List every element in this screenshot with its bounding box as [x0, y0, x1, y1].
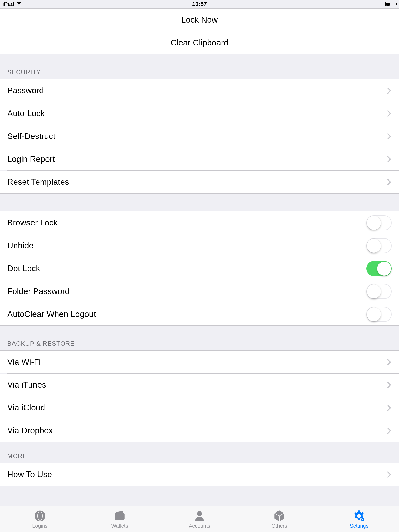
resettemplates-row[interactable]: Reset Templates — [0, 171, 399, 193]
autoclear-label: AutoClear When Logout — [7, 309, 366, 319]
via-wifi-row[interactable]: Via Wi-Fi — [0, 351, 399, 373]
chevron-right-icon — [384, 404, 391, 411]
unhide-toggle[interactable] — [366, 238, 392, 253]
dotlock-toggle[interactable] — [366, 261, 392, 276]
security-header: SECURITY — [0, 54, 399, 79]
tab-logins-label: Logins — [32, 523, 48, 529]
clock: 10:57 — [192, 1, 207, 8]
unhide-row: Unhide — [0, 234, 399, 257]
dotlock-row: Dot Lock — [0, 257, 399, 280]
wallet-icon — [113, 509, 126, 522]
status-bar: iPad 10:57 — [0, 0, 399, 8]
browserlock-label: Browser Lock — [7, 218, 366, 228]
tab-logins[interactable]: Logins — [0, 506, 80, 532]
autoclear-toggle[interactable] — [366, 307, 392, 322]
tab-wallets-label: Wallets — [111, 523, 128, 529]
tab-wallets[interactable]: Wallets — [80, 506, 159, 532]
via-icloud-row[interactable]: Via iCloud — [0, 396, 399, 419]
svg-point-2 — [197, 511, 202, 516]
folderpassword-row: Folder Password — [0, 280, 399, 303]
gear-icon — [353, 509, 365, 522]
via-dropbox-row[interactable]: Via Dropbox — [0, 419, 399, 442]
via-itunes-label: Via iTunes — [7, 380, 385, 390]
browserlock-row: Browser Lock — [0, 211, 399, 234]
password-row[interactable]: Password — [0, 79, 399, 102]
status-left: iPad — [3, 1, 22, 8]
autolock-row[interactable]: Auto-Lock — [0, 102, 399, 125]
globe-icon — [34, 509, 46, 522]
device-label: iPad — [3, 1, 14, 8]
wifi-icon — [16, 1, 22, 8]
howto-row[interactable]: How To Use — [0, 463, 399, 486]
chevron-right-icon — [384, 110, 391, 117]
chevron-right-icon — [384, 427, 391, 434]
status-right — [385, 2, 396, 6]
clear-clipboard-label: Clear Clipboard — [7, 38, 392, 48]
selfdestruct-label: Self-Destruct — [7, 131, 385, 141]
battery-icon — [385, 2, 396, 6]
chevron-right-icon — [384, 133, 391, 139]
loginreport-label: Login Report — [7, 154, 385, 164]
clear-clipboard-row[interactable]: Clear Clipboard — [0, 31, 399, 54]
chevron-right-icon — [384, 382, 391, 388]
via-dropbox-label: Via Dropbox — [7, 426, 385, 435]
tab-bar: Logins Wallets Accounts Others Settings — [0, 506, 399, 532]
tab-settings-label: Settings — [350, 523, 368, 529]
chevron-right-icon — [384, 179, 391, 185]
tab-others-label: Others — [271, 523, 287, 529]
via-itunes-row[interactable]: Via iTunes — [0, 374, 399, 396]
autoclear-row: AutoClear When Logout — [0, 303, 399, 325]
backup-header: BACKUP & RESTORE — [0, 326, 399, 350]
tab-accounts[interactable]: Accounts — [159, 506, 239, 532]
settings-content[interactable]: Lock Now Clear Clipboard SECURITY Passwo… — [0, 8, 399, 506]
folderpassword-label: Folder Password — [7, 287, 366, 296]
selfdestruct-row[interactable]: Self-Destruct — [0, 125, 399, 148]
tab-accounts-label: Accounts — [189, 523, 210, 529]
chevron-right-icon — [384, 87, 391, 94]
lock-now-label: Lock Now — [7, 15, 392, 25]
browserlock-toggle[interactable] — [366, 215, 392, 230]
person-icon — [193, 509, 206, 522]
howto-label: How To Use — [7, 470, 385, 479]
autolock-label: Auto-Lock — [7, 109, 385, 118]
box-icon — [273, 509, 286, 522]
chevron-right-icon — [384, 359, 391, 365]
via-icloud-label: Via iCloud — [7, 403, 385, 413]
chevron-right-icon — [384, 471, 391, 478]
password-label: Password — [7, 86, 385, 95]
resettemplates-label: Reset Templates — [7, 177, 385, 187]
dotlock-label: Dot Lock — [7, 264, 366, 273]
via-wifi-label: Via Wi-Fi — [7, 357, 385, 367]
folderpassword-toggle[interactable] — [366, 284, 392, 299]
tab-others[interactable]: Others — [240, 506, 319, 532]
tab-settings[interactable]: Settings — [319, 506, 399, 532]
unhide-label: Unhide — [7, 241, 366, 250]
more-header: MORE — [0, 442, 399, 463]
svg-point-4 — [362, 519, 364, 520]
lock-now-row[interactable]: Lock Now — [0, 9, 399, 31]
chevron-right-icon — [384, 156, 391, 162]
loginreport-row[interactable]: Login Report — [0, 148, 399, 170]
